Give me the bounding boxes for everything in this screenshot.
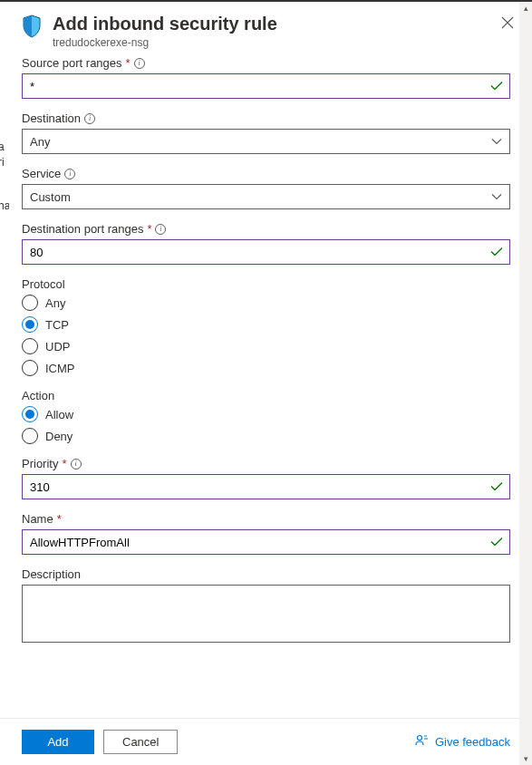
protocol-option-udp[interactable]: UDP: [22, 338, 510, 354]
radio-icon: [22, 406, 38, 422]
action-label: Action: [22, 389, 510, 402]
scroll-up-arrow[interactable]: ▴: [519, 2, 532, 15]
panel-footer: Add Cancel Give feedback: [0, 718, 532, 765]
protocol-option-any[interactable]: Any: [22, 295, 510, 311]
required-asterisk: *: [62, 457, 66, 470]
add-button[interactable]: Add: [22, 730, 94, 754]
chevron-down-icon: [491, 190, 502, 204]
source-port-ranges-label: Source port ranges * i: [22, 56, 510, 70]
protocol-option-icmp[interactable]: ICMP: [22, 360, 510, 376]
radio-icon: [22, 338, 38, 354]
info-icon[interactable]: i: [155, 224, 166, 235]
panel-header: Add inbound security rule tredudockerexe…: [0, 2, 532, 56]
action-option-deny[interactable]: Deny: [22, 428, 510, 444]
cancel-button[interactable]: Cancel: [103, 730, 178, 754]
radio-icon: [22, 295, 38, 311]
service-label: Service i: [22, 167, 510, 180]
give-feedback-link[interactable]: Give feedback: [415, 733, 510, 750]
protocol-label: Protocol: [22, 277, 510, 291]
radio-icon: [22, 360, 38, 376]
panel-subtitle: tredudockerexe-nsg: [53, 36, 487, 49]
source-port-ranges-input[interactable]: [22, 73, 510, 99]
svg-point-0: [417, 736, 421, 741]
name-label: Name *: [22, 512, 510, 526]
required-asterisk: *: [147, 222, 151, 236]
name-input[interactable]: [22, 529, 510, 555]
destination-label: Destination i: [22, 111, 510, 125]
close-icon: [501, 16, 514, 32]
description-textarea[interactable]: [22, 585, 510, 643]
chevron-down-icon: [491, 135, 502, 149]
scrollbar[interactable]: ▴ ▾: [519, 2, 532, 765]
destination-port-ranges-input[interactable]: [22, 239, 510, 265]
close-button[interactable]: [498, 13, 517, 35]
info-icon[interactable]: i: [84, 113, 95, 124]
radio-icon: [22, 316, 38, 333]
feedback-icon: [415, 733, 430, 750]
info-icon[interactable]: i: [134, 58, 145, 69]
required-asterisk: *: [126, 56, 131, 70]
action-option-allow[interactable]: Allow: [22, 406, 510, 422]
required-asterisk: *: [57, 512, 62, 526]
shield-icon: [22, 15, 42, 41]
service-select[interactable]: Custom: [22, 184, 510, 209]
info-icon[interactable]: i: [71, 459, 82, 470]
priority-input[interactable]: [22, 474, 510, 499]
info-icon[interactable]: i: [64, 169, 75, 179]
action-radio-group: Allow Deny: [22, 406, 510, 444]
panel-title: Add inbound security rule: [53, 13, 487, 34]
destination-select[interactable]: Any: [22, 129, 510, 154]
protocol-option-tcp[interactable]: TCP: [22, 316, 510, 333]
form-content: Source port ranges * i Destination i Any: [0, 56, 532, 718]
scroll-down-arrow[interactable]: ▾: [519, 752, 532, 765]
priority-label: Priority * i: [22, 457, 510, 470]
destination-port-ranges-label: Destination port ranges * i: [22, 222, 510, 236]
radio-icon: [22, 428, 38, 444]
description-label: Description: [22, 567, 510, 581]
protocol-radio-group: Any TCP UDP ICMP: [22, 295, 510, 376]
